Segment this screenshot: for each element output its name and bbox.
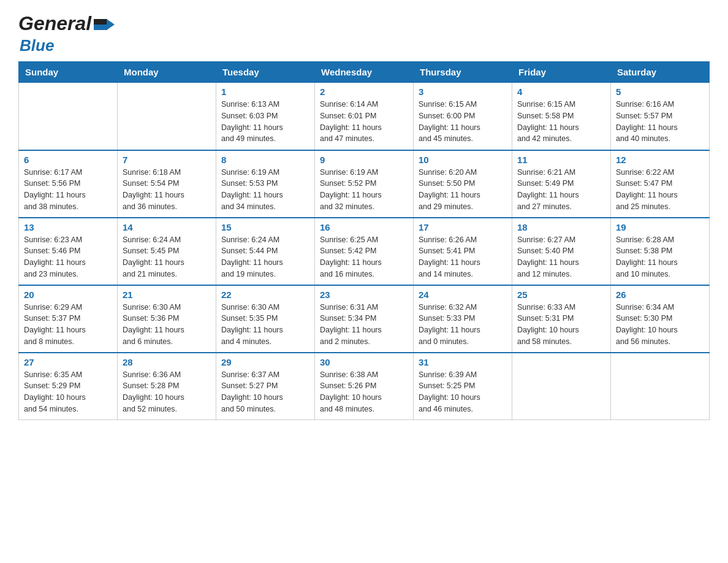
day-number: 22 [221,289,309,300]
day-number: 13 [24,222,112,232]
day-number: 10 [419,155,507,165]
day-number: 8 [221,155,309,165]
day-info: Sunrise: 6:19 AM Sunset: 5:53 PM Dayligh… [221,167,309,213]
weekday-header-tuesday: Tuesday [216,62,315,83]
calendar-cell: 30Sunrise: 6:38 AM Sunset: 5:26 PM Dayli… [315,353,414,420]
day-info: Sunrise: 6:28 AM Sunset: 5:38 PM Dayligh… [616,234,704,280]
day-info: Sunrise: 6:13 AM Sunset: 6:03 PM Dayligh… [221,99,309,145]
calendar-week-row-2: 6Sunrise: 6:17 AM Sunset: 5:56 PM Daylig… [19,150,710,218]
calendar-cell [118,83,216,150]
day-number: 9 [320,155,408,165]
calendar-cell: 25Sunrise: 6:33 AM Sunset: 5:31 PM Dayli… [512,285,611,353]
day-info: Sunrise: 6:19 AM Sunset: 5:52 PM Dayligh… [320,167,408,213]
calendar-cell: 28Sunrise: 6:36 AM Sunset: 5:28 PM Dayli… [118,353,216,420]
calendar-cell: 29Sunrise: 6:37 AM Sunset: 5:27 PM Dayli… [216,353,315,420]
calendar-cell: 10Sunrise: 6:20 AM Sunset: 5:50 PM Dayli… [414,150,512,218]
page-header: General Blue [18,12,710,55]
day-info: Sunrise: 6:36 AM Sunset: 5:28 PM Dayligh… [123,369,211,415]
day-number: 4 [517,86,605,97]
calendar-cell: 12Sunrise: 6:22 AM Sunset: 5:47 PM Dayli… [611,150,710,218]
logo: General [18,12,115,35]
day-number: 15 [221,222,309,232]
calendar-cell: 4Sunrise: 6:15 AM Sunset: 5:58 PM Daylig… [512,83,611,150]
calendar-cell: 7Sunrise: 6:18 AM Sunset: 5:54 PM Daylig… [118,150,216,218]
weekday-header-friday: Friday [512,62,611,83]
day-number: 14 [123,222,211,232]
day-number: 11 [517,155,605,165]
day-number: 16 [320,222,408,232]
day-number: 28 [123,357,211,367]
day-info: Sunrise: 6:24 AM Sunset: 5:45 PM Dayligh… [123,234,211,280]
day-number: 23 [320,289,408,300]
weekday-header-wednesday: Wednesday [315,62,414,83]
calendar-cell: 1Sunrise: 6:13 AM Sunset: 6:03 PM Daylig… [216,83,315,150]
day-number: 20 [24,289,112,300]
day-info: Sunrise: 6:20 AM Sunset: 5:50 PM Dayligh… [419,167,507,213]
weekday-header-thursday: Thursday [414,62,512,83]
day-number: 24 [419,289,507,300]
day-info: Sunrise: 6:25 AM Sunset: 5:42 PM Dayligh… [320,234,408,280]
calendar-cell: 14Sunrise: 6:24 AM Sunset: 5:45 PM Dayli… [118,218,216,285]
calendar-cell: 15Sunrise: 6:24 AM Sunset: 5:44 PM Dayli… [216,218,315,285]
day-info: Sunrise: 6:23 AM Sunset: 5:46 PM Dayligh… [24,234,112,280]
day-number: 29 [221,357,309,367]
calendar-cell: 31Sunrise: 6:39 AM Sunset: 5:25 PM Dayli… [414,353,512,420]
logo-general: General [18,12,91,35]
day-info: Sunrise: 6:35 AM Sunset: 5:29 PM Dayligh… [24,369,112,415]
calendar-cell: 11Sunrise: 6:21 AM Sunset: 5:49 PM Dayli… [512,150,611,218]
calendar-cell: 2Sunrise: 6:14 AM Sunset: 6:01 PM Daylig… [315,83,414,150]
day-number: 25 [517,289,605,300]
calendar-cell: 24Sunrise: 6:32 AM Sunset: 5:33 PM Dayli… [414,285,512,353]
calendar-cell: 26Sunrise: 6:34 AM Sunset: 5:30 PM Dayli… [611,285,710,353]
calendar-cell: 5Sunrise: 6:16 AM Sunset: 5:57 PM Daylig… [611,83,710,150]
calendar-table: SundayMondayTuesdayWednesdayThursdayFrid… [18,61,710,420]
calendar-cell [611,353,710,420]
logo-blue: Blue [20,36,54,55]
weekday-header-row: SundayMondayTuesdayWednesdayThursdayFrid… [19,62,710,83]
day-number: 5 [616,86,704,97]
calendar-cell: 3Sunrise: 6:15 AM Sunset: 6:00 PM Daylig… [414,83,512,150]
day-info: Sunrise: 6:30 AM Sunset: 5:36 PM Dayligh… [123,302,211,348]
calendar-cell: 23Sunrise: 6:31 AM Sunset: 5:34 PM Dayli… [315,285,414,353]
day-number: 3 [419,86,507,97]
day-number: 12 [616,155,704,165]
calendar-cell: 17Sunrise: 6:26 AM Sunset: 5:41 PM Dayli… [414,218,512,285]
calendar-week-row-3: 13Sunrise: 6:23 AM Sunset: 5:46 PM Dayli… [19,218,710,285]
calendar-cell: 16Sunrise: 6:25 AM Sunset: 5:42 PM Dayli… [315,218,414,285]
calendar-week-row-4: 20Sunrise: 6:29 AM Sunset: 5:37 PM Dayli… [19,285,710,353]
day-info: Sunrise: 6:17 AM Sunset: 5:56 PM Dayligh… [24,167,112,213]
day-number: 30 [320,357,408,367]
day-info: Sunrise: 6:21 AM Sunset: 5:49 PM Dayligh… [517,167,605,213]
day-number: 7 [123,155,211,165]
day-number: 17 [419,222,507,232]
day-info: Sunrise: 6:27 AM Sunset: 5:40 PM Dayligh… [517,234,605,280]
day-info: Sunrise: 6:15 AM Sunset: 6:00 PM Dayligh… [419,99,507,145]
day-number: 27 [24,357,112,367]
day-info: Sunrise: 6:31 AM Sunset: 5:34 PM Dayligh… [320,302,408,348]
day-number: 2 [320,86,408,97]
calendar-cell: 27Sunrise: 6:35 AM Sunset: 5:29 PM Dayli… [19,353,118,420]
calendar-cell: 13Sunrise: 6:23 AM Sunset: 5:46 PM Dayli… [19,218,118,285]
calendar-cell: 22Sunrise: 6:30 AM Sunset: 5:35 PM Dayli… [216,285,315,353]
day-info: Sunrise: 6:16 AM Sunset: 5:57 PM Dayligh… [616,99,704,145]
weekday-header-saturday: Saturday [611,62,710,83]
day-info: Sunrise: 6:38 AM Sunset: 5:26 PM Dayligh… [320,369,408,415]
weekday-header-sunday: Sunday [19,62,118,83]
calendar-cell [512,353,611,420]
day-info: Sunrise: 6:37 AM Sunset: 5:27 PM Dayligh… [221,369,309,415]
calendar-cell: 19Sunrise: 6:28 AM Sunset: 5:38 PM Dayli… [611,218,710,285]
day-info: Sunrise: 6:26 AM Sunset: 5:41 PM Dayligh… [419,234,507,280]
calendar-cell: 9Sunrise: 6:19 AM Sunset: 5:52 PM Daylig… [315,150,414,218]
logo-area: General Blue [18,12,115,55]
day-info: Sunrise: 6:32 AM Sunset: 5:33 PM Dayligh… [419,302,507,348]
day-number: 18 [517,222,605,232]
day-info: Sunrise: 6:15 AM Sunset: 5:58 PM Dayligh… [517,99,605,145]
day-info: Sunrise: 6:22 AM Sunset: 5:47 PM Dayligh… [616,167,704,213]
weekday-header-monday: Monday [118,62,216,83]
calendar-cell: 6Sunrise: 6:17 AM Sunset: 5:56 PM Daylig… [19,150,118,218]
day-info: Sunrise: 6:39 AM Sunset: 5:25 PM Dayligh… [419,369,507,415]
calendar-cell [19,83,118,150]
day-number: 6 [24,155,112,165]
calendar-week-row-1: 1Sunrise: 6:13 AM Sunset: 6:03 PM Daylig… [19,83,710,150]
calendar-cell: 21Sunrise: 6:30 AM Sunset: 5:36 PM Dayli… [118,285,216,353]
